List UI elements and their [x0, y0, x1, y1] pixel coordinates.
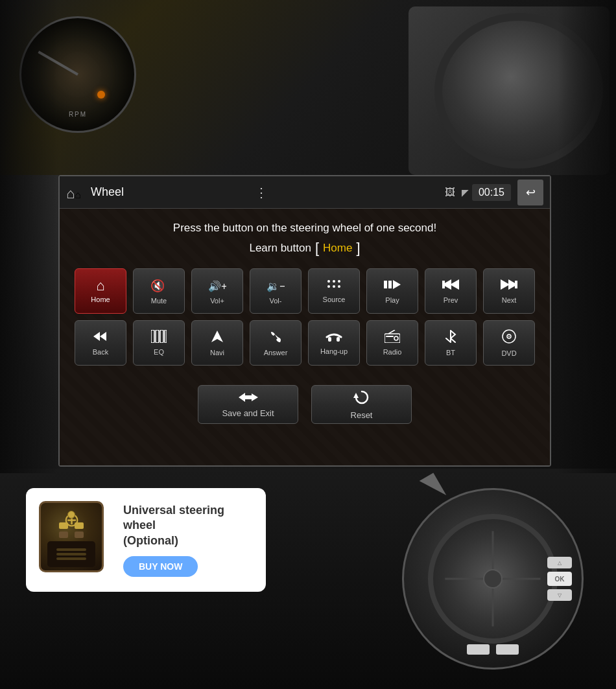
svg-rect-23 [328, 337, 331, 342]
btn-hangup[interactable]: Hang-up [308, 320, 360, 366]
vol-minus-icon: 🔉− [267, 278, 285, 294]
btn-play[interactable]: Play [366, 268, 418, 314]
btn-source-label: Source [323, 296, 346, 303]
btn-dvd[interactable]: DVD [483, 320, 535, 366]
hangup-icon [326, 331, 342, 345]
btn-back-label: Back [93, 348, 108, 356]
btn-mute[interactable]: 🔇 Mute [133, 268, 185, 314]
btn-answer-label: Answer [264, 349, 288, 356]
dashboard-bg: RPM [0, 0, 616, 175]
btn-vol-minus[interactable]: 🔉− Vol- [250, 268, 302, 314]
svg-point-6 [327, 285, 330, 288]
panel-body: Press the button on the steering wheel o… [60, 209, 550, 465]
btn-source[interactable]: Source [308, 268, 360, 314]
btn-bt-label: BT [446, 349, 455, 356]
module-line [56, 548, 86, 551]
btn-vol-minus-label: Vol- [270, 297, 282, 305]
btn-vol-plus[interactable]: 🔊+ Vol+ [191, 268, 243, 314]
svg-point-30 [508, 336, 510, 337]
btn-home[interactable]: ⌂ Home [75, 268, 126, 314]
wheel-right-buttons: △ OK ▽ [547, 557, 572, 601]
wheel-btn-ok: OK [547, 572, 572, 586]
btn-radio[interactable]: Radio [366, 320, 418, 366]
svg-marker-12 [450, 279, 459, 290]
svg-rect-24 [337, 337, 340, 342]
btn-prev-label: Prev [444, 296, 458, 304]
bracket-close: ] [356, 240, 360, 257]
btn-radio-label: Radio [383, 348, 402, 356]
btn-mute-label: Mute [151, 297, 167, 305]
device-buttons-group [46, 522, 97, 538]
btn-vol-plus-label: Vol+ [210, 297, 224, 305]
vol-plus-icon: 🔊+ [208, 278, 226, 294]
btn-dvd-label: DVD [501, 349, 516, 357]
learn-row: Learn button [ Home ] [249, 240, 360, 257]
svg-marker-32 [353, 393, 359, 398]
header-back-button[interactable]: ↩ [517, 180, 543, 205]
svg-rect-27 [386, 336, 394, 337]
svg-rect-10 [388, 281, 392, 288]
header-time: 00:15 [472, 184, 511, 201]
btn-answer[interactable]: Answer [250, 320, 302, 366]
btn-prev[interactable]: Prev [425, 268, 477, 314]
svg-point-7 [333, 285, 335, 288]
btn-navi[interactable]: Navi [191, 320, 243, 366]
action-row: Save and Exit Reset [198, 385, 412, 424]
device-row1 [59, 522, 84, 529]
reset-button[interactable]: Reset [311, 385, 412, 424]
save-exit-button[interactable]: Save and Exit [198, 385, 298, 424]
module-line [56, 553, 86, 555]
svg-marker-31 [239, 393, 258, 402]
svg-text:🔉−: 🔉− [267, 280, 285, 292]
svg-marker-15 [501, 279, 510, 290]
panel-header: ⌂ Wheel ⋮ 🖼 ◤ 00:15 ↩ [60, 176, 550, 209]
device-image [39, 501, 110, 579]
navi-icon [210, 329, 224, 346]
btn-back[interactable]: Back [75, 320, 126, 366]
bt-icon [445, 329, 456, 346]
main-panel: ⌂ Wheel ⋮ 🖼 ◤ 00:15 ↩ Press the button o… [58, 175, 551, 467]
button-row-2: Back EQ [75, 320, 535, 366]
buy-now-button[interactable]: BUY NOW [123, 556, 198, 577]
device-row2 [59, 531, 84, 538]
svg-rect-20 [160, 330, 163, 343]
wheel-btn-bottom-r [496, 644, 519, 655]
right-overlay [558, 0, 616, 473]
wheel-btn-bottom-l [467, 644, 490, 655]
btn-play-label: Play [385, 296, 399, 304]
steering-card-content: Universal steering wheel(Optional) BUY N… [123, 503, 253, 577]
btn-next-label: Next [502, 296, 517, 304]
svg-rect-17 [515, 281, 517, 288]
dvd-icon [501, 329, 517, 347]
device-btn [75, 531, 84, 538]
svg-rect-14 [442, 281, 445, 288]
btn-bt[interactable]: BT [425, 320, 477, 366]
svg-marker-22 [211, 331, 223, 342]
steering-wheel-photo: △ OK ▽ [402, 488, 584, 670]
back-icon [93, 330, 108, 345]
device-body [39, 501, 104, 572]
btn-next[interactable]: Next [483, 268, 535, 314]
device-btn [59, 522, 68, 529]
header-image-icon: 🖼 [445, 187, 455, 198]
svg-marker-11 [393, 280, 401, 289]
button-grid: ⌂ Home 🔇 Mute 🔊+ [73, 268, 537, 366]
gauge-label: RPM [69, 111, 87, 118]
prev-icon [442, 278, 459, 294]
radio-icon [385, 330, 400, 345]
device-btn-plus [67, 511, 75, 519]
wheel-bottom-buttons [467, 644, 519, 655]
btn-hangup-label: Hang-up [320, 347, 348, 355]
wheel-hub [483, 569, 503, 589]
next-icon [501, 278, 517, 294]
bracket-open: [ [315, 240, 319, 257]
button-row-1: ⌂ Home 🔇 Mute 🔊+ [75, 268, 535, 314]
steering-card-title: Universal steering wheel(Optional) [123, 503, 253, 548]
device-bottom-module [47, 541, 95, 567]
eq-icon [151, 330, 167, 345]
svg-rect-21 [165, 330, 167, 343]
header-menu-dots[interactable]: ⋮ [255, 185, 268, 200]
svg-point-5 [338, 280, 340, 283]
btn-eq[interactable]: EQ [133, 320, 185, 366]
play-icon [384, 278, 401, 294]
